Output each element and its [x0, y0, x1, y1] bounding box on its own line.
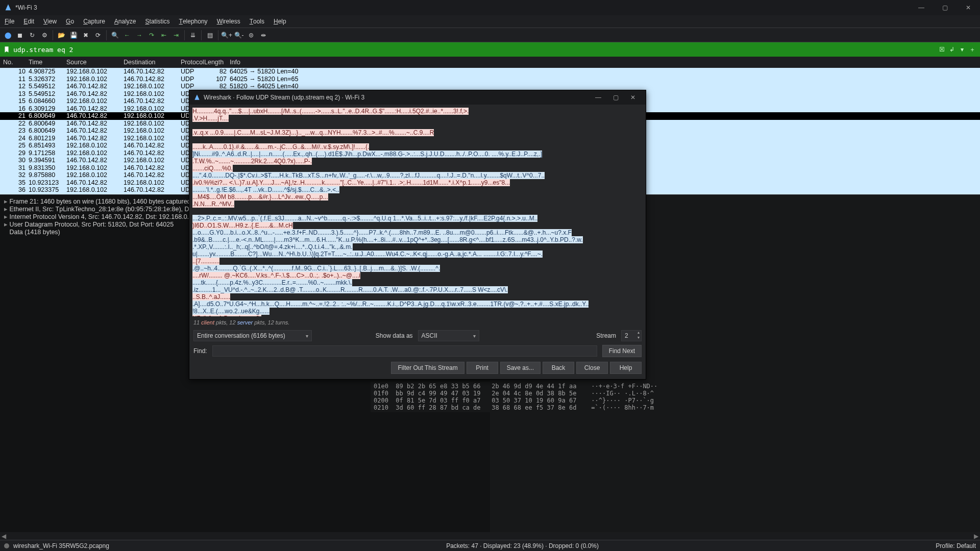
prev-packet-button[interactable]: ← — [121, 30, 133, 41]
client-segment[interactable]: ...M4$....OM b8........p....&#r.}....L^J… — [192, 193, 328, 201]
menu-tools[interactable]: Tools — [245, 15, 269, 28]
save-file-button[interactable]: 💾 — [68, 30, 79, 41]
stream-number-spinner[interactable]: 2 — [621, 330, 642, 341]
col-info[interactable]: Info — [230, 59, 977, 66]
close-button[interactable]: Close — [576, 362, 608, 374]
back-button[interactable]: Back — [543, 362, 574, 374]
start-capture-button[interactable]: ⬤ — [2, 30, 13, 41]
col-destination[interactable]: Destination — [124, 59, 181, 66]
col-time[interactable]: Time — [29, 59, 66, 66]
col-protocol[interactable]: Protocol — [181, 59, 204, 66]
server-segment[interactable]: .@..~h..4.........Q.`G..(.X...*..^(.....… — [192, 265, 440, 272]
menu-statistics[interactable]: Statistics — [141, 15, 175, 28]
server-segment[interactable]: .b9&..B......c.|....e.-<.n..ML......|...… — [192, 236, 583, 243]
expert-info-icon[interactable] — [4, 543, 9, 548]
server-segment[interactable]: .*.XP.,V.......:.I.._h;..q[..^bO/t@=.4.z… — [192, 243, 353, 251]
menu-help[interactable]: Help — [269, 15, 291, 28]
find-next-button[interactable]: Find Next — [602, 345, 642, 357]
server-segment[interactable]: ........'I.*..g.!E.$6...,.4T ...vk..D...… — [192, 186, 339, 193]
filter-add-icon[interactable]: ＋ — [968, 45, 977, 54]
auto-scroll-button[interactable]: ⇊ — [187, 30, 199, 41]
display-filter-input[interactable] — [13, 46, 934, 54]
dialog-minimize-button[interactable]: — — [590, 90, 607, 105]
packet-row[interactable]: 125.549512146.70.142.82192.168.0.102UDP8… — [0, 83, 980, 90]
client-segment[interactable]: )I6D..O1.S.W....H9.z..{.E......&...M.cH — [192, 222, 293, 229]
dialog-maximize-button[interactable]: ▢ — [607, 90, 624, 105]
server-segment[interactable]: ...2>.P..c.=..:.MV.w5...p..`(.f.E..s3J..… — [192, 215, 537, 222]
last-packet-button[interactable]: ⇥ — [170, 30, 182, 41]
goto-packet-button[interactable]: ↷ — [146, 30, 157, 41]
dialog-titlebar[interactable]: Wireshark · Follow UDP Stream (udp.strea… — [189, 90, 646, 105]
conversation-combo[interactable]: Entire conversation (6166 bytes) — [193, 330, 312, 341]
profile-label[interactable]: Profile: Default — [936, 542, 976, 549]
scroll-left-icon[interactable]: ◀ — [0, 532, 8, 540]
first-packet-button[interactable]: ⇤ — [158, 30, 169, 41]
client-segment[interactable]: ....rW/........ @.~KC6.....V.ks..^.F-.\.… — [192, 272, 360, 279]
menu-go[interactable]: Go — [61, 15, 79, 28]
col-source[interactable]: Source — [66, 59, 124, 66]
help-button[interactable]: Help — [610, 362, 642, 374]
menu-capture[interactable]: Capture — [79, 15, 110, 28]
show-data-as-combo[interactable]: ASCII — [418, 330, 479, 341]
close-file-button[interactable]: ✖ — [80, 30, 91, 41]
client-segment[interactable]: ..S.B..^.aJ...... — [192, 293, 230, 300]
client-segment[interactable]: H..........4q.q.."....$....|..ubxH......… — [192, 108, 469, 115]
capture-options-button[interactable]: ⚙ — [39, 30, 50, 41]
filter-clear-icon[interactable]: ☒ — [937, 45, 946, 54]
save-as--button[interactable]: Save as... — [500, 362, 541, 374]
client-segment[interactable]: .v..q.x ...0.9......|.C.....M...sL~J.M.3… — [192, 129, 434, 136]
zoom-reset-button[interactable]: ⊜ — [246, 30, 257, 41]
minimize-button[interactable]: — — [910, 0, 933, 15]
server-segment[interactable]: .A]....d5.O..7*U.G4~.^H...h.k...Q....H..… — [192, 300, 589, 308]
filter-out-this-stream-button[interactable]: Filter Out This Stream — [391, 362, 464, 374]
menu-edit[interactable]: Edit — [19, 15, 39, 28]
menu-file[interactable]: File — [0, 15, 19, 28]
horizontal-scrollbar[interactable]: ◀ ▶ — [0, 532, 980, 540]
server-segment[interactable]: u|.......yv.........B........C?]...Wu...… — [192, 251, 543, 258]
server-segment[interactable]: ]Ni.......#9..^.A6..d.R..|....|.....n...… — [192, 151, 542, 158]
server-segment[interactable]: ...o.....G.Y0....b.i...o.X..8..^u...-...… — [192, 229, 572, 236]
next-packet-button[interactable]: → — [134, 30, 145, 41]
menu-wireless[interactable]: Wireless — [212, 15, 245, 28]
col-length[interactable]: Length — [204, 59, 230, 66]
zoom-in-button[interactable]: 🔍+ — [221, 30, 232, 41]
client-segment[interactable]: .V.>H......jT.... — [192, 115, 229, 122]
capture-file-label[interactable]: wireshark_Wi-Fi 35RW5G2.pcapng — [13, 542, 109, 549]
close-button[interactable]: ✕ — [957, 0, 980, 15]
filter-history-icon[interactable]: ▾ — [958, 45, 967, 54]
dialog-close-button[interactable]: ✕ — [624, 90, 642, 105]
menu-analyze[interactable]: Analyze — [110, 15, 141, 28]
packet-row[interactable]: 104.908725192.168.0.102146.70.142.82UDP8… — [0, 68, 980, 76]
packet-list-header[interactable]: No. Time Source Destination Protocol Len… — [0, 57, 980, 68]
maximize-button[interactable]: ▢ — [933, 0, 957, 15]
col-no[interactable]: No. — [3, 59, 29, 66]
stream-content-area[interactable]: H..........4q.q.."....$....|..ubxH......… — [189, 105, 646, 319]
print-button[interactable]: Print — [467, 362, 498, 374]
find-input[interactable] — [212, 345, 597, 357]
reload-button[interactable]: ⟳ — [92, 30, 104, 41]
packet-row[interactable]: 115.326372192.168.0.102146.70.142.82UDP1… — [0, 76, 980, 83]
resize-columns-button[interactable]: ⇹ — [258, 30, 269, 41]
server-segment[interactable]: .iz........1..._VU^d.-.^..~..2.K....2..d… — [192, 286, 508, 293]
client-segment[interactable]: .iv0.%%zi?... <.\..)7.u.A].Y.....J....~A… — [192, 179, 510, 186]
filter-apply-icon[interactable]: ↲ — [947, 45, 957, 54]
client-segment[interactable]: .......ciQ.....%0. — [192, 165, 233, 172]
client-segment[interactable]: .T.W.%..~.......~..........2Rk.2....4Q0.… — [192, 158, 312, 165]
zoom-out-button[interactable]: 🔍- — [233, 30, 244, 41]
stop-capture-button[interactable]: ◼ — [14, 30, 26, 41]
coloring-button[interactable]: ▤ — [204, 30, 215, 41]
find-packet-button[interactable]: 🔍 — [109, 30, 120, 41]
client-segment[interactable]: .N.N....R..^MV.. — [192, 201, 234, 208]
bookmark-icon[interactable] — [3, 46, 10, 53]
scroll-right-icon[interactable]: ▶ — [972, 532, 980, 540]
restart-capture-button[interactable]: ↻ — [27, 30, 38, 41]
menu-telephony[interactable]: Telephony — [175, 15, 212, 28]
menu-view[interactable]: View — [39, 15, 61, 28]
server-segment[interactable]: ....".4.0........DQ-.|$*.Cv.i..>$T.....H… — [192, 172, 545, 179]
open-file-button[interactable]: 📂 — [56, 30, 67, 41]
client-segment[interactable]: ..[7........... — [192, 258, 219, 265]
client-segment[interactable]: ......k..A......0.1}.#.&......&.....m.-.… — [192, 143, 369, 151]
server-segment[interactable]: !8...X..E.(....wo.2..ue&Kg...... — [192, 308, 270, 315]
client-segment[interactable]: H7.."..].v..1.P.......b........8. — [192, 315, 261, 316]
server-segment[interactable]: .....tk......{.......p.4z.%..y3C........… — [192, 279, 352, 286]
